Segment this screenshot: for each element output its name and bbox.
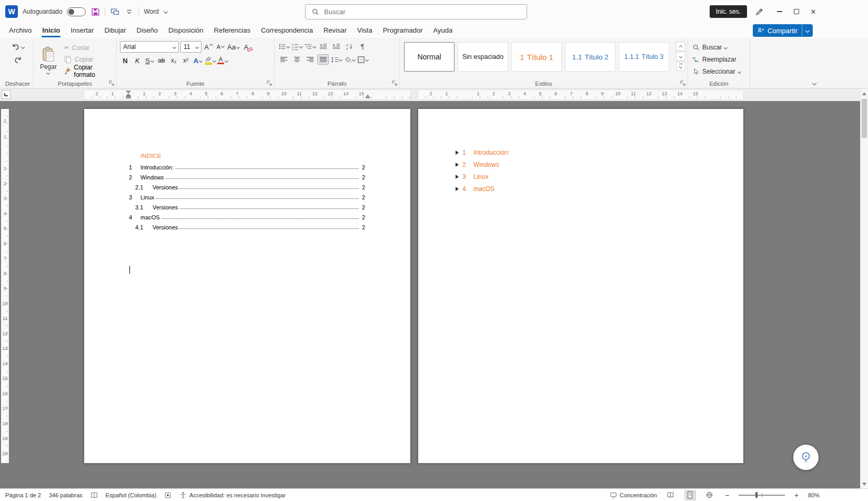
justify-button[interactable]: [317, 54, 329, 65]
outline-heading[interactable]: 4 macOS: [456, 183, 743, 195]
tab-referencias[interactable]: Referencias: [209, 24, 255, 38]
outline-heading[interactable]: 1 Introducción:: [456, 146, 743, 158]
collapse-triangle-icon[interactable]: [456, 175, 459, 179]
word-count[interactable]: 346 palabras: [49, 489, 83, 501]
language-selector[interactable]: Español (Colombia): [106, 489, 157, 501]
scroll-down-arrow-icon[interactable]: [862, 483, 866, 486]
style-titulo-1[interactable]: 1 Título 1: [511, 42, 562, 72]
focus-mode-button[interactable]: Concentración: [610, 489, 657, 501]
align-right-button[interactable]: [304, 54, 316, 65]
zoom-out-button[interactable]: −: [723, 491, 731, 499]
zoom-slider-thumb[interactable]: [755, 492, 758, 498]
style-normal[interactable]: Normal: [404, 42, 455, 72]
accessibility-status[interactable]: Accesibilidad: es necesario investigar: [179, 489, 286, 501]
outline-heading[interactable]: 3 Linux: [456, 171, 743, 183]
sort-button[interactable]: AZ: [344, 41, 355, 52]
numbered-list-button[interactable]: 123: [291, 41, 302, 52]
undo-button[interactable]: [11, 41, 25, 53]
document-page-1[interactable]: INDICE 1 Introducción: 2 2 Windows 2 2.1…: [84, 109, 410, 463]
subscript-button[interactable]: x₂: [168, 55, 179, 66]
sign-in-button[interactable]: Inic. ses.: [710, 5, 747, 18]
select-button[interactable]: Seleccionar: [691, 66, 746, 77]
vertical-scrollbar[interactable]: [860, 89, 868, 488]
close-button[interactable]: ✕: [805, 4, 822, 19]
font-size-combo[interactable]: 11: [180, 41, 201, 53]
toc-entry[interactable]: 1 Introducción: 2: [129, 161, 365, 171]
toc-entry[interactable]: 3.1 Versiones 2: [129, 201, 365, 211]
tab-ayuda[interactable]: Ayuda: [429, 24, 458, 38]
collapse-triangle-icon[interactable]: [456, 151, 459, 155]
proofing-status[interactable]: [90, 489, 98, 501]
replace-button[interactable]: abac Reemplazar: [691, 54, 746, 65]
borders-button[interactable]: [357, 54, 368, 65]
horizontal-ruler-page-2[interactable]: 21 123456789101112131415: [418, 90, 743, 99]
minimize-button[interactable]: [771, 4, 788, 19]
scrollbar-thumb[interactable]: [862, 99, 867, 138]
tab-insertar[interactable]: Insertar: [66, 24, 98, 38]
help-lightbulb-button[interactable]: [793, 445, 819, 470]
styles-gallery-expand-button[interactable]: [676, 62, 685, 71]
tab-revisar[interactable]: Revisar: [319, 24, 351, 38]
grow-font-button[interactable]: A: [203, 42, 214, 52]
toc-entry[interactable]: 3 Linux 2: [129, 191, 365, 201]
line-spacing-button[interactable]: [330, 54, 342, 65]
read-mode-view-button[interactable]: [665, 490, 677, 500]
clear-formatting-button[interactable]: A: [241, 42, 251, 52]
print-layout-view-button[interactable]: [684, 490, 696, 500]
bullet-list-button[interactable]: [278, 41, 289, 52]
style-titulo-2[interactable]: 1.1 Título 2: [565, 42, 615, 72]
zoom-slider[interactable]: [739, 495, 785, 496]
font-family-combo[interactable]: Arial: [120, 41, 179, 53]
shading-button[interactable]: [344, 54, 355, 65]
tab-archivo[interactable]: Archivo: [4, 24, 36, 38]
strikethrough-button[interactable]: ab: [156, 55, 167, 66]
indent-marker[interactable]: [126, 91, 131, 99]
toc-entry[interactable]: 4 macOS 2: [129, 211, 365, 221]
redo-button[interactable]: [11, 54, 25, 66]
horizontal-ruler[interactable]: 21 123456789101112131415: [84, 90, 410, 99]
tab-programador[interactable]: Programador: [378, 24, 428, 38]
font-color-button[interactable]: A: [217, 55, 228, 66]
tab-diseno[interactable]: Diseño: [132, 24, 163, 38]
style-titulo-3[interactable]: 1.1.1 Título 3: [619, 42, 669, 72]
decrease-indent-button[interactable]: [317, 41, 329, 52]
paragraph-dialog-launcher-icon[interactable]: [392, 81, 398, 86]
bold-button[interactable]: N: [120, 55, 130, 66]
vertical-ruler[interactable]: 21 1234567891011121314151617181920: [1, 109, 9, 463]
styles-scroll-up-button[interactable]: [676, 42, 685, 51]
italic-button[interactable]: K: [132, 55, 143, 66]
style-sin-espaciado[interactable]: Sin espaciado: [458, 42, 508, 72]
toc-entry[interactable]: 2.1 Versiones 2: [129, 181, 365, 191]
right-indent-marker[interactable]: [365, 94, 370, 98]
collapse-triangle-icon[interactable]: [456, 163, 459, 167]
toc-entry[interactable]: 4.1 Versiones 2: [129, 221, 365, 231]
tab-vista[interactable]: Vista: [352, 24, 377, 38]
tab-stop-selector[interactable]: [2, 90, 11, 99]
tab-dibujar[interactable]: Dibujar: [99, 24, 130, 38]
maximize-button[interactable]: [788, 4, 805, 19]
web-layout-view-button[interactable]: [704, 490, 715, 500]
share-button[interactable]: Compartir: [753, 24, 813, 37]
zoom-in-button[interactable]: +: [793, 491, 800, 499]
save-icon[interactable]: [90, 7, 100, 16]
toc-entry[interactable]: 2 Windows 2: [129, 171, 365, 181]
scroll-up-arrow-icon[interactable]: [862, 92, 866, 95]
tab-inicio[interactable]: Inicio: [37, 24, 65, 38]
screens-icon[interactable]: [110, 7, 119, 16]
multilevel-list-button[interactable]: [304, 41, 316, 52]
shrink-font-button[interactable]: A: [215, 42, 226, 52]
paste-button[interactable]: Pegar: [37, 41, 60, 78]
inking-pen-icon[interactable]: [754, 7, 764, 16]
font-dialog-launcher-icon[interactable]: [267, 81, 272, 86]
format-painter-button[interactable]: Copiar formato: [62, 65, 113, 76]
document-page-2[interactable]: 1 Introducción: 2 Windows 3 Linux 4 macO…: [418, 109, 743, 463]
tab-disposicion[interactable]: Disposición: [164, 24, 208, 38]
tab-correspondencia[interactable]: Correspondencia: [256, 24, 318, 38]
autosave-toggle[interactable]: [67, 7, 86, 16]
underline-button[interactable]: S: [144, 55, 155, 66]
increase-indent-button[interactable]: [330, 41, 342, 52]
collapse-ribbon-chevron-icon[interactable]: [812, 81, 816, 85]
align-center-button[interactable]: [291, 54, 302, 65]
quick-access-overflow-icon[interactable]: [124, 7, 134, 16]
show-paragraph-marks-button[interactable]: ¶: [357, 41, 368, 52]
